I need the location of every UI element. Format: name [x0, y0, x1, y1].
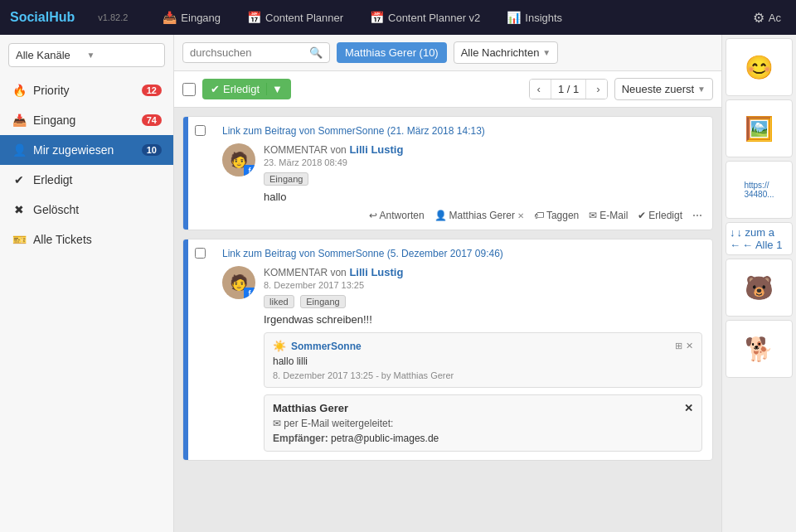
- expand-icon[interactable]: ⊞: [675, 341, 682, 351]
- sidebar-item-alle-tickets[interactable]: 🎫 Alle Tickets: [0, 225, 173, 254]
- avatar-2: 🧑 f: [222, 266, 255, 299]
- assignee-label: Matthias Gerer: [449, 210, 515, 221]
- message-body: Link zum Beitrag von SommerSonne (21. Mä…: [212, 117, 712, 230]
- message-filter-dropdown[interactable]: Alle Nachrichten ▼: [454, 41, 559, 64]
- sidebar-label-alle-tickets: Alle Tickets: [33, 233, 162, 246]
- sidebar-item-priority[interactable]: 🔥 Priority 12: [0, 75, 173, 105]
- prev-page-button[interactable]: ‹: [530, 80, 546, 99]
- calendar2-icon: 📅: [370, 11, 384, 24]
- fire-icon: 🔥: [12, 84, 27, 97]
- message-checkbox-area: [188, 117, 212, 230]
- close-forward-icon[interactable]: ✕: [684, 402, 693, 414]
- link-preview: https://34480...: [740, 177, 777, 202]
- chevron-down-icon: ▼: [697, 85, 706, 94]
- kommentar-prefix: KOMMENTAR von: [264, 144, 347, 156]
- chevron-down-icon: ▼: [87, 51, 158, 60]
- toolbar: 🔍 Matthias Gerer (10) Alle Nachrichten ▼: [174, 35, 721, 71]
- user-filter-button[interactable]: Matthias Gerer (10): [337, 42, 447, 63]
- sidebar-label-erledigt: Erledigt: [33, 173, 162, 186]
- dropdown-arrow-icon[interactable]: ▼: [266, 83, 283, 95]
- check-icon: ✔: [211, 83, 220, 95]
- inbox-icon: 📥: [163, 11, 177, 24]
- forward-sender: Matthias Gerer: [273, 402, 348, 414]
- sidebar-item-geloscht[interactable]: ✖ Gelöscht: [0, 195, 173, 225]
- sort-dropdown[interactable]: Neueste zuerst ▼: [614, 78, 713, 100]
- quote-author[interactable]: SommerSonne: [291, 341, 362, 352]
- sidebar-item-eingang[interactable]: 📥 Eingang 74: [0, 105, 173, 135]
- user-filter-label: Matthias Gerer (10): [345, 46, 439, 59]
- x-icon: ✖: [12, 203, 27, 216]
- close-quote-icon[interactable]: ✕: [686, 341, 693, 351]
- sidebar-item-erledigt[interactable]: ✔ Erledigt: [0, 165, 173, 195]
- quote-block: ☀️ SommerSonne ⊞ ✕ hallo lilli 8. Dezemb…: [264, 332, 702, 388]
- message-card-2: Link zum Beitrag von SommerSonne (5. Dez…: [182, 239, 713, 461]
- message-checkbox-2[interactable]: [195, 248, 206, 259]
- done-action[interactable]: ✔ Erledigt: [638, 210, 682, 221]
- message-tags: Eingang: [264, 172, 702, 191]
- sort-label: Neueste zuerst: [622, 83, 694, 95]
- facebook-badge-2: f: [244, 288, 255, 299]
- channel-dropdown-label: Alle Kanäle: [16, 49, 87, 61]
- message-content-2: 🧑 f KOMMENTAR von Lilli Lustig 8. Dezemb…: [222, 266, 702, 452]
- message-checkbox[interactable]: [195, 125, 206, 136]
- message-card: Link zum Beitrag von SommerSonne (21. Mä…: [182, 116, 713, 230]
- more-action[interactable]: ⋯: [692, 210, 702, 221]
- nav-item-content-planner[interactable]: 📅 Content Planner: [242, 7, 348, 27]
- message-date: 23. März 2018 08:49: [264, 157, 702, 167]
- right-panel-item-actions: ↓ ↓ zum a ← ← Alle 1: [726, 222, 793, 255]
- forward-label: ✉ per E-Mail weitergeleitet:: [273, 418, 693, 429]
- right-panel-item-link[interactable]: https://34480...: [726, 161, 793, 219]
- user-icon: 👤: [12, 143, 27, 157]
- reply-action[interactable]: ↩ Antworten: [369, 210, 425, 221]
- email-label: E-Mail: [599, 210, 628, 221]
- quote-text: hallo lilli: [273, 355, 693, 367]
- remove-assignee-icon[interactable]: ✕: [517, 211, 524, 220]
- quote-actions: ⊞ ✕: [675, 341, 693, 351]
- assign-action[interactable]: 👤 Matthias Gerer ✕: [434, 210, 524, 221]
- nav-item-insights[interactable]: 📊 Insights: [502, 7, 567, 27]
- kommentar-prefix-2: KOMMENTAR von: [264, 267, 347, 278]
- messages-area: Link zum Beitrag von SommerSonne (21. Mä…: [174, 108, 721, 532]
- sidebar-item-mir-zugewiesen[interactable]: 👤 Mir zugewiesen 10: [0, 135, 173, 165]
- quote-header: ☀️ SommerSonne ⊞ ✕: [273, 340, 693, 352]
- done-label: Erledigt: [648, 210, 682, 221]
- message-header-link-2[interactable]: Link zum Beitrag von SommerSonne (5. Dez…: [222, 248, 702, 259]
- right-panel: 😊 🖼️ https://34480... ↓ ↓ zum a ← ← Alle…: [721, 35, 796, 532]
- message-checkbox-area-2: [188, 239, 212, 460]
- next-page-button[interactable]: ›: [590, 80, 606, 99]
- facebook-badge: f: [244, 165, 255, 177]
- right-panel-item-dog[interactable]: 🐕: [726, 320, 793, 378]
- content-area: 🔍 Matthias Gerer (10) Alle Nachrichten ▼…: [174, 35, 721, 532]
- brand-logo: SocialHub: [10, 10, 75, 25]
- message-header-link[interactable]: Link zum Beitrag von SommerSonne (21. Mä…: [222, 125, 702, 137]
- search-icon[interactable]: 🔍: [309, 46, 323, 59]
- search-box[interactable]: 🔍: [182, 42, 330, 63]
- select-all-checkbox[interactable]: [182, 83, 196, 96]
- nav-label-content-planner: Content Planner: [265, 12, 343, 24]
- tag-action[interactable]: 🏷 Taggen: [534, 210, 579, 221]
- quote-date: 8. Dezember 2017 13:25 - by Matthias Ger…: [273, 370, 693, 380]
- email-action[interactable]: ✉ E-Mail: [589, 210, 628, 221]
- reply-all-link[interactable]: ← ← Alle 1: [730, 239, 782, 251]
- message-tags-2: liked Eingang: [264, 295, 702, 313]
- nav-item-eingang[interactable]: 📥 Eingang: [158, 7, 226, 27]
- tag-eingang: Eingang: [264, 172, 308, 186]
- right-panel-item-1[interactable]: 😊: [726, 38, 793, 96]
- brand-text: Social: [10, 10, 49, 24]
- settings-button[interactable]: ⚙ Ac: [748, 7, 786, 29]
- channel-dropdown[interactable]: Alle Kanäle ▼: [8, 43, 165, 67]
- author-link[interactable]: Lilli Lustig: [349, 143, 403, 156]
- right-panel-item-2[interactable]: 🖼️: [726, 99, 793, 157]
- author-link-2[interactable]: Lilli Lustig: [349, 266, 403, 278]
- nav-item-content-planner-v2[interactable]: 📅 Content Planner v2: [365, 7, 485, 27]
- reply-all-label: ← Alle 1: [742, 239, 782, 251]
- message-actions: ↩ Antworten 👤 Matthias Gerer ✕ 🏷: [264, 210, 702, 221]
- message-author-2: KOMMENTAR von Lilli Lustig: [264, 266, 702, 278]
- nav-label-insights: Insights: [525, 12, 562, 24]
- erledigt-button[interactable]: ✔ Erledigt ▼: [202, 79, 291, 99]
- forward-block: Matthias Gerer ✕ ✉ per E-Mail weitergele…: [264, 394, 702, 452]
- download-link[interactable]: ↓ ↓ zum a: [730, 226, 774, 239]
- right-panel-item-bear[interactable]: 🐻: [726, 259, 793, 317]
- search-input[interactable]: [190, 46, 306, 59]
- check-icon: ✔: [12, 173, 27, 186]
